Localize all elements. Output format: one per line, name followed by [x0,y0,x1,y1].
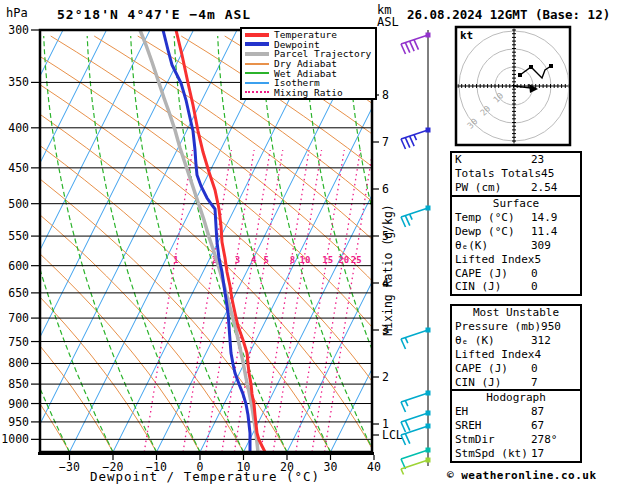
table-row-value: 312 [531,334,577,348]
wind-barb-level-dot [426,391,431,396]
table-row-value: 17 [531,447,577,461]
pressure-tick-label: 850 [8,377,29,391]
copyright-footer: © weatheronline.co.uk [447,469,597,482]
pressure-tick-label: 550 [8,229,29,243]
hodograph-unit-label: kt [460,29,473,42]
table-row-value: 67 [531,419,577,433]
table-row-value: 87 [531,405,577,419]
pressure-tick-label: 600 [8,259,29,273]
wind-barb-shaft [401,450,428,459]
x-axis-title: Dewpoint / Temperature (°C) [0,469,410,484]
wind-barb [401,33,431,55]
table-row-label: StmDir [455,433,531,447]
pressure-tick-label: 900 [8,397,29,411]
table-row-label: K [455,153,531,167]
table-row-value: 23 [531,153,577,167]
mixing-ratio-label: 5 [263,255,268,265]
wind-barb-shaft [401,393,428,402]
wind-barb-shaft [401,413,428,422]
wind-barb [401,391,431,413]
table-row-value: 4 [534,348,577,362]
table-row: Lifted Index4 [455,348,577,362]
table-row-label: Dewp (°C) [455,225,531,239]
altitude-tick-label: 6 [382,182,389,196]
wind-barb-level-dot [426,411,431,416]
wind-barb-feather [401,139,406,149]
table-row-label: Pressure (mb) [455,320,541,334]
wind-barb-level-dot [426,458,431,463]
sounding-page: hPa 52°18'N 4°47'E −4m ASL km ASL 26.08.… [0,0,629,486]
pressure-tick-label: 650 [8,286,29,300]
wind-barb-feather [414,40,419,50]
most-unstable-table: Most UnstablePressure (mb)950θₑ (K)312Li… [450,304,582,391]
table-row-value: 14.9 [531,211,577,225]
table-row-label: Temp (°C) [455,211,531,225]
hodograph-trace-dot [549,64,553,68]
table-row: StmDir278° [455,433,577,447]
wind-barb-level-dot [426,424,431,429]
legend-item-label: Mixing Ratio [274,87,343,98]
mixing-ratio-label: 20 [338,255,349,265]
altitude-tick-label: 2 [382,370,389,384]
table-row-value: 5 [534,253,577,267]
dry-adiabat-line [0,36,244,452]
table-row-label: θₑ(K) [455,239,531,253]
wind-barb [401,206,431,228]
hodograph-panel: 102030kt [456,27,570,145]
table-row: Totals Totals45 [455,167,577,181]
mixing-ratio-labels: 12345810152025 [173,255,361,265]
mixing-ratio-label: 25 [351,255,362,265]
wind-barb [401,328,431,350]
surface-table: SurfaceTemp (°C)14.9Dewp (°C)11.4θₑ(K)30… [450,195,582,296]
wind-barb-shaft [401,208,428,217]
mixing-ratio-label: 4 [251,255,257,265]
table-row-label: Lifted Index [455,253,534,267]
indices-table: K23Totals Totals45PW (cm)2.54 [450,151,582,197]
wind-barb [401,128,431,150]
wind-barb-half-feather [414,135,417,141]
wind-barb-shaft [401,460,428,469]
altitude-tick-label: 7 [382,135,389,149]
wind-barb-feather [401,44,406,54]
table-row-value: 309 [531,239,577,253]
mixing-ratio-label: 15 [322,255,333,265]
table-row-label: CIN (J) [455,376,531,390]
pressure-tick-label: 450 [8,161,29,175]
mixing-ratio-label: 10 [300,255,311,265]
wind-barb-feather [405,43,410,53]
altitude-tick-label: 8 [382,88,389,102]
table-row: θₑ(K)309 [455,239,577,253]
mixing-ratio-label: 3 [235,255,240,265]
legend-swatch-dry-adiabat [245,63,269,65]
legend-swatch-isotherm [245,82,269,84]
lcl-label: LCL [382,428,403,442]
pressure-tick-label: 500 [8,197,29,211]
table-row-value: 0 [531,267,577,281]
table-row: Pressure (mb)950 [455,320,577,334]
wind-barb-feather [401,339,406,349]
legend-swatch-parcel-trajectory [245,52,269,56]
hodograph-table: HodographEH87SREH67StmDir278°StmSpd (kt)… [450,389,582,463]
table-row-label: PW (cm) [455,181,531,195]
table-row: Lifted Index5 [455,253,577,267]
wind-barb-half-feather [405,338,408,344]
table-row: PW (cm)2.54 [455,181,577,195]
table-row: Dewp (°C)11.4 [455,225,577,239]
mixing-ratio-line [296,150,344,452]
wind-barb-feather [405,138,410,148]
wind-barb-feather [405,434,410,444]
table-row: K23 [455,153,577,167]
mixing-ratio-label: 1 [173,255,178,265]
table-row-label: Lifted Index [455,348,534,362]
table-row-label: CAPE (J) [455,267,531,281]
wind-barb-shaft [401,330,428,339]
table-row: CAPE (J)0 [455,267,577,281]
pressure-axis: 3003504004505005506006507007508008509009… [1,23,40,446]
table-row-value: 45 [541,167,577,181]
mixing-ratio-label: 8 [290,255,295,265]
table-row-value: 2.54 [531,181,577,195]
table-row: CIN (J)7 [455,376,577,390]
dry-adiabat-line [0,36,200,452]
wind-barb [401,411,431,433]
legend-swatch-wet-adiabat [245,72,269,74]
